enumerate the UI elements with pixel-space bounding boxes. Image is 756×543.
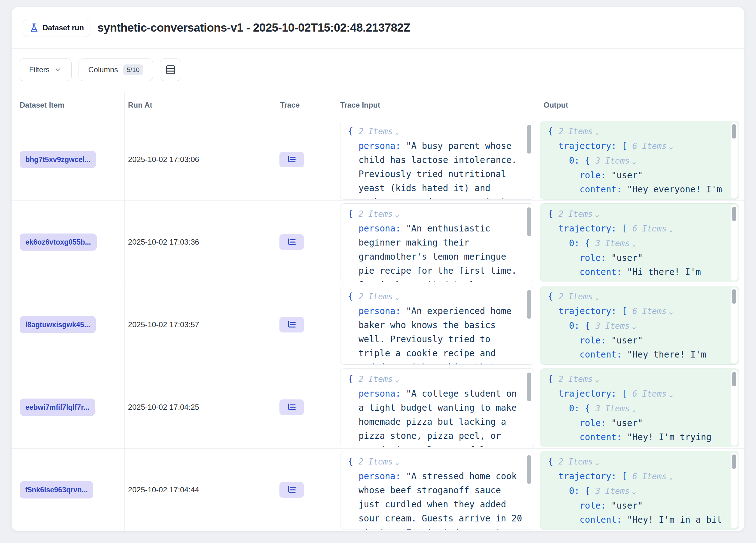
scrollbar-thumb[interactable] — [527, 455, 531, 484]
items-toggle[interactable]: 6 Items⌄ — [632, 141, 673, 151]
json-persona-line: persona: "A busy parent whose child has … — [348, 139, 525, 200]
chevron-down-icon: ⌄ — [632, 240, 636, 248]
json-trajectory-line: trajectory: [ 6 Items⌄ — [548, 469, 725, 484]
run-at-value: 2025-10-02 17:04:25 — [128, 403, 199, 412]
dataset-item-badge[interactable]: l8agtuwxisgwk45... — [20, 316, 96, 333]
chevron-down-icon: ⌄ — [595, 293, 599, 301]
items-toggle[interactable]: 6 Items⌄ — [632, 224, 673, 233]
dataset-run-card: Dataset run synthetic-conversations-v1 -… — [11, 7, 745, 531]
scrollbar-thumb[interactable] — [732, 372, 736, 386]
json-role-line: role: "user" — [548, 333, 725, 347]
table-header: Dataset Item Run At Trace Trace Input Ou… — [12, 92, 744, 118]
chevron-down-icon: ⌄ — [595, 375, 599, 383]
items-toggle[interactable]: 2 Items⌄ — [559, 457, 599, 466]
json-persona-line: persona: "A stressed home cook whose bee… — [348, 469, 525, 530]
scrollbar-thumb[interactable] — [527, 290, 531, 319]
row-height-button[interactable] — [160, 59, 181, 81]
scrollbar-thumb[interactable] — [732, 289, 736, 304]
dataset-item-badge[interactable]: eebwi7mfil7lqlf7r... — [20, 398, 95, 416]
output-cell: { 2 Items⌄ trajectory: [ 6 Items⌄ 0: { 3… — [540, 368, 739, 447]
scrollbar[interactable] — [731, 287, 738, 363]
chevron-down-icon: ⌄ — [395, 210, 399, 218]
json-role-line: role: "user" — [548, 168, 725, 182]
dataset-run-badge-label: Dataset run — [43, 23, 84, 32]
dataset-item-badge[interactable]: bhg7t5xv9zgwcel... — [20, 151, 96, 168]
output-cell: { 2 Items⌄ trajectory: [ 6 Items⌄ 0: { 3… — [540, 203, 739, 282]
items-toggle[interactable]: 2 Items⌄ — [359, 209, 399, 219]
items-toggle[interactable]: 2 Items⌄ — [559, 209, 599, 219]
json-root-line: { 2 Items⌄ — [348, 207, 525, 222]
json-trajectory-line: trajectory: [ 6 Items⌄ — [548, 304, 725, 319]
scrollbar[interactable] — [526, 122, 533, 198]
scrollbar-thumb[interactable] — [732, 207, 736, 221]
scrollbar-thumb[interactable] — [732, 124, 736, 139]
items-toggle[interactable]: 6 Items⌄ — [632, 306, 673, 316]
chevron-down-icon: ⌄ — [632, 405, 636, 413]
dataset-run-badge: Dataset run — [23, 19, 90, 37]
items-toggle[interactable]: 3 Items⌄ — [595, 156, 636, 166]
scrollbar[interactable] — [731, 122, 738, 198]
scrollbar[interactable] — [526, 370, 533, 446]
items-toggle[interactable]: 3 Items⌄ — [595, 404, 636, 413]
items-toggle[interactable]: 2 Items⌄ — [559, 127, 599, 136]
items-toggle[interactable]: 6 Items⌄ — [632, 472, 673, 481]
scrollbar-thumb[interactable] — [527, 372, 531, 401]
items-toggle[interactable]: 2 Items⌄ — [559, 374, 599, 384]
rows-icon — [165, 64, 176, 75]
items-toggle[interactable]: 3 Items⌄ — [595, 321, 636, 330]
header-trace-input: Trace Input — [340, 101, 380, 110]
items-toggle[interactable]: 2 Items⌄ — [559, 292, 599, 301]
items-toggle[interactable]: 2 Items⌄ — [359, 127, 399, 136]
scrollbar[interactable] — [526, 287, 533, 363]
table-row: bhg7t5xv9zgwcel... 2025-10-02 17:03:06 {… — [12, 118, 744, 201]
items-toggle[interactable]: 3 Items⌄ — [595, 239, 636, 248]
json-root-line: { 2 Items⌄ — [548, 372, 725, 387]
trace-open-button[interactable] — [279, 482, 304, 498]
items-toggle[interactable]: 2 Items⌄ — [359, 457, 399, 466]
table-row: eebwi7mfil7lqlf7r... 2025-10-02 17:04:25… — [12, 366, 744, 448]
scrollbar[interactable] — [731, 370, 738, 446]
dataset-item-badge[interactable]: f5nk6lse963qrvn... — [20, 481, 93, 498]
items-toggle[interactable]: 2 Items⌄ — [359, 374, 399, 384]
list-tree-icon — [287, 155, 296, 164]
columns-button[interactable]: Columns 5/10 — [79, 59, 153, 81]
items-toggle[interactable]: 2 Items⌄ — [359, 292, 399, 301]
chevron-down-icon: ⌄ — [595, 210, 599, 218]
trace-input-cell: { 2 Items⌄ persona: "An enthusiastic beg… — [340, 203, 534, 282]
run-at-value: 2025-10-02 17:04:44 — [128, 485, 199, 494]
json-content-line: content: "Hey everyone! I'm in a bit of … — [548, 182, 725, 200]
run-at-value: 2025-10-02 17:03:57 — [128, 320, 199, 329]
header-run-at: Run At — [128, 101, 152, 110]
page-title: synthetic-conversations-v1 - 2025-10-02T… — [97, 21, 410, 34]
output-cell: { 2 Items⌄ trajectory: [ 6 Items⌄ 0: { 3… — [540, 286, 739, 365]
chevron-down-icon: ⌄ — [632, 157, 636, 165]
filters-button[interactable]: Filters — [19, 59, 72, 81]
json-index-line: 0: { 3 Items⌄ — [548, 484, 725, 499]
json-role-line: role: "user" — [548, 251, 725, 265]
items-toggle[interactable]: 3 Items⌄ — [595, 486, 636, 496]
json-role-line: role: "user" — [548, 416, 725, 430]
scrollbar[interactable] — [731, 453, 738, 528]
scrollbar[interactable] — [526, 205, 533, 280]
trace-open-button[interactable] — [279, 399, 304, 415]
scrollbar-thumb[interactable] — [527, 125, 531, 154]
chevron-down-icon: ⌄ — [595, 128, 599, 136]
dataset-item-badge[interactable]: ek6oz6vtoxg055b... — [20, 233, 97, 251]
json-root-line: { 2 Items⌄ — [348, 454, 525, 469]
json-index-line: 0: { 3 Items⌄ — [548, 401, 725, 416]
json-persona-line: persona: "A college student on a tight b… — [348, 387, 525, 447]
chevron-down-icon: ⌄ — [595, 458, 599, 466]
scrollbar[interactable] — [731, 205, 738, 280]
items-toggle[interactable]: 6 Items⌄ — [632, 389, 673, 398]
run-at-value: 2025-10-02 17:03:06 — [128, 155, 199, 164]
trace-open-button[interactable] — [279, 317, 304, 332]
json-trajectory-line: trajectory: [ 6 Items⌄ — [548, 222, 725, 236]
scrollbar-thumb[interactable] — [527, 208, 531, 236]
chevron-down-icon: ⌄ — [669, 473, 673, 481]
scrollbar[interactable] — [526, 453, 533, 528]
trace-open-button[interactable] — [279, 152, 304, 167]
column-divider — [124, 92, 125, 531]
table-row: l8agtuwxisgwk45... 2025-10-02 17:03:57 {… — [12, 283, 744, 366]
trace-open-button[interactable] — [279, 234, 304, 250]
scrollbar-thumb[interactable] — [732, 454, 736, 469]
